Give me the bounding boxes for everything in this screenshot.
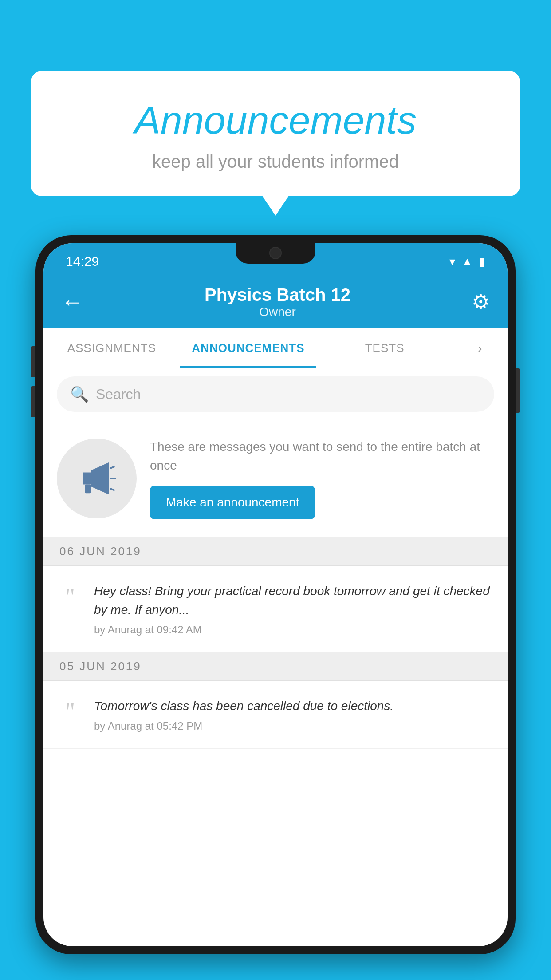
header-title-group: Physics Batch 12 Owner [205,285,350,319]
megaphone-icon [77,458,117,498]
announcement-item-1[interactable]: " Hey class! Bring your practical record… [43,566,508,652]
phone-screen: 14:29 ▾ ▲ ▮ ← Physics Batch 12 Owner ⚙ [43,243,508,946]
speech-bubble: Announcements keep all your students inf… [31,71,520,196]
phone-wrapper: 14:29 ▾ ▲ ▮ ← Physics Batch 12 Owner ⚙ [35,235,516,980]
announcement-content-2: Tomorrow's class has been cancelled due … [94,697,494,732]
search-icon: 🔍 [70,385,89,403]
promo-card: These are messages you want to send to t… [43,420,508,537]
make-announcement-button[interactable]: Make an announcement [150,486,315,519]
search-container: 🔍 Search [43,368,508,420]
status-icons: ▾ ▲ ▮ [449,255,485,269]
battery-icon: ▮ [479,255,485,269]
status-time: 14:29 [66,254,99,269]
search-box[interactable]: 🔍 Search [57,376,494,412]
announcement-text-1: Hey class! Bring your practical record b… [94,582,494,619]
quote-icon-2: " [57,699,83,724]
promo-description: These are messages you want to send to t… [150,438,494,475]
front-camera [269,247,282,259]
announcement-meta-1: by Anurag at 09:42 AM [94,624,494,636]
back-button[interactable]: ← [61,289,83,315]
announcement-text-2: Tomorrow's class has been cancelled due … [94,697,494,715]
bubble-subtitle: keep all your students informed [53,152,498,172]
svg-rect-2 [85,485,91,494]
date-separator-1: 06 JUN 2019 [43,537,508,566]
svg-line-5 [110,489,115,491]
wifi-icon: ▾ [449,255,455,269]
svg-marker-0 [83,473,91,485]
volume-up-button[interactable] [31,346,35,377]
promo-right: These are messages you want to send to t… [150,438,494,519]
promo-icon-circle [57,439,137,518]
quote-icon-1: " [57,585,83,609]
header-title: Physics Batch 12 [205,285,350,305]
tab-assignments[interactable]: ASSIGNMENTS [43,328,180,368]
announcement-item-2[interactable]: " Tomorrow's class has been cancelled du… [43,681,508,749]
speech-bubble-container: Announcements keep all your students inf… [31,71,520,196]
power-button[interactable] [516,368,520,413]
app-header: ← Physics Batch 12 Owner ⚙ [43,275,508,328]
volume-down-button[interactable] [31,386,35,417]
phone-notch [236,243,315,264]
tab-announcements[interactable]: ANNOUNCEMENTS [180,328,317,368]
date-separator-2: 05 JUN 2019 [43,652,508,681]
phone-outer: 14:29 ▾ ▲ ▮ ← Physics Batch 12 Owner ⚙ [35,235,516,954]
tabs-bar: ASSIGNMENTS ANNOUNCEMENTS TESTS › [43,328,508,368]
search-input[interactable]: Search [96,386,141,403]
svg-line-3 [110,466,115,469]
settings-button[interactable]: ⚙ [472,290,490,314]
tab-more[interactable]: › [453,328,508,368]
tab-tests[interactable]: TESTS [316,328,453,368]
announcement-content-1: Hey class! Bring your practical record b… [94,582,494,636]
bubble-title: Announcements [53,98,498,143]
signal-icon: ▲ [461,255,473,269]
header-subtitle: Owner [205,305,350,319]
announcement-meta-2: by Anurag at 05:42 PM [94,720,494,732]
svg-marker-1 [91,462,109,494]
